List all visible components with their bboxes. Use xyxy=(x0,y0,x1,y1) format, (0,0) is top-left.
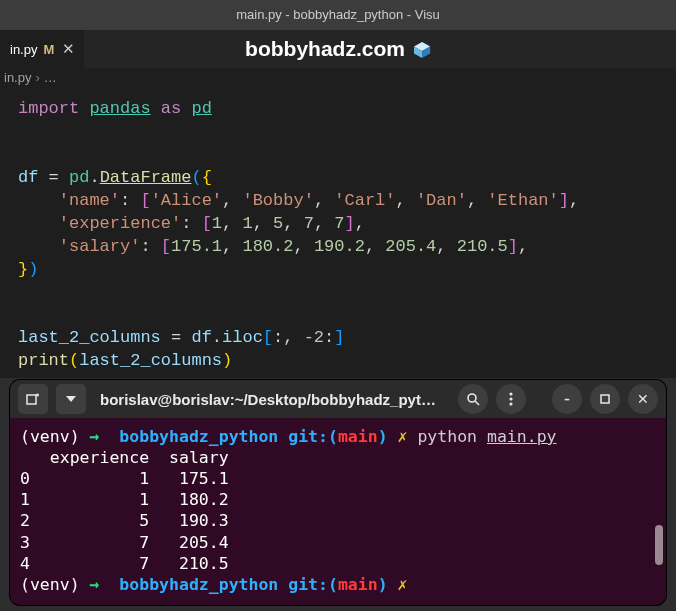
tab-dropdown-button[interactable] xyxy=(56,384,86,414)
svg-marker-6 xyxy=(66,396,76,402)
output-header: experience salary xyxy=(20,448,229,467)
svg-point-9 xyxy=(509,392,512,395)
menu-button[interactable] xyxy=(496,384,526,414)
tab-modified-indicator: M xyxy=(43,42,54,57)
maximize-button[interactable] xyxy=(590,384,620,414)
cube-icon xyxy=(413,40,431,58)
brand-text: bobbyhadz.com xyxy=(245,37,405,61)
output-row: 2 5 190.3 xyxy=(20,511,229,530)
window-titlebar: main.py - bobbyhadz_python - Visu xyxy=(0,0,676,30)
terminal-window: borislav@borislav:~/Desktop/bobbyhadz_py… xyxy=(10,380,666,605)
terminal-scrollbar[interactable] xyxy=(655,438,663,565)
svg-point-10 xyxy=(509,397,512,400)
window-title: main.py - bobbyhadz_python - Visu xyxy=(236,7,440,22)
tab-filename: in.py xyxy=(10,42,37,57)
scrollbar-thumb[interactable] xyxy=(655,525,663,565)
svg-line-8 xyxy=(475,401,479,405)
breadcrumb-more: … xyxy=(44,70,57,85)
search-button[interactable] xyxy=(458,384,488,414)
svg-point-7 xyxy=(468,394,476,402)
tab-bar: in.py M ✕ bobbyhadz.com xyxy=(0,30,676,68)
breadcrumb-file: in.py xyxy=(4,70,31,85)
editor-tab-main[interactable]: in.py M ✕ xyxy=(0,30,84,68)
close-button[interactable]: ✕ xyxy=(628,384,658,414)
breadcrumb[interactable]: in.py›… xyxy=(0,68,676,90)
svg-point-11 xyxy=(509,402,512,405)
output-row: 3 7 205.4 xyxy=(20,533,229,552)
terminal-title: borislav@borislav:~/Desktop/bobbyhadz_py… xyxy=(94,391,450,408)
terminal-header: borislav@borislav:~/Desktop/bobbyhadz_py… xyxy=(10,380,666,418)
code-editor[interactable]: import pandas as pd df = pd.DataFrame({ … xyxy=(0,90,676,378)
terminal-body[interactable]: (venv) → bobbyhadz_python git:(main) ✗ p… xyxy=(10,418,666,603)
output-row: 1 1 180.2 xyxy=(20,490,229,509)
close-icon[interactable]: ✕ xyxy=(60,41,76,57)
output-row: 4 7 210.5 xyxy=(20,554,229,573)
minimize-button[interactable]: ‐ xyxy=(552,384,582,414)
svg-rect-3 xyxy=(27,395,36,404)
new-tab-button[interactable] xyxy=(18,384,48,414)
svg-rect-12 xyxy=(601,395,609,403)
breadcrumb-separator: › xyxy=(35,70,39,85)
output-row: 0 1 175.1 xyxy=(20,469,229,488)
site-brand: bobbyhadz.com xyxy=(245,37,431,61)
